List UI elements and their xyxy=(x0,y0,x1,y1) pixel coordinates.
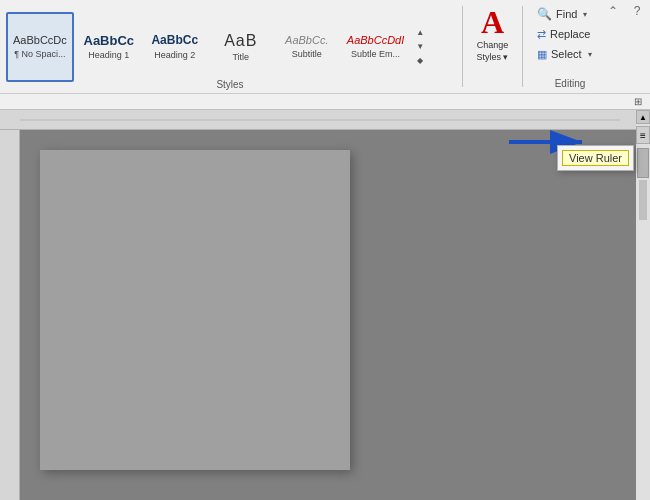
vertical-scrollbar[interactable]: ▲ ≡ xyxy=(636,110,650,500)
style-title-preview: AaB xyxy=(224,31,257,50)
style-heading2-preview: AaBbCc xyxy=(151,33,198,47)
replace-button[interactable]: ⇄ Replace xyxy=(533,24,607,44)
change-styles-label: ChangeStyles ▾ xyxy=(476,40,508,63)
view-ruler-tooltip-label: View Ruler xyxy=(562,150,629,166)
style-heading2[interactable]: AaBbCc Heading 2 xyxy=(144,12,206,82)
style-title[interactable]: AaB Title xyxy=(210,12,272,82)
style-title-label: Title xyxy=(232,52,249,62)
style-no-spacing-label: ¶ No Spaci... xyxy=(14,49,65,59)
styles-scroll[interactable]: ▲ ▼ ◆ xyxy=(413,12,427,82)
style-no-spacing-preview: AaBbCcDc xyxy=(13,34,67,47)
find-button[interactable]: 🔍 Find ▾ xyxy=(533,4,607,24)
section-divider-2 xyxy=(522,6,523,87)
chevron-up-icon[interactable]: ⌃ xyxy=(604,2,622,20)
find-label: Find xyxy=(556,8,577,20)
change-styles-icon: A xyxy=(481,6,504,38)
select-dropdown-icon: ▾ xyxy=(588,50,592,59)
scroll-thumb[interactable] xyxy=(637,148,649,178)
style-subtitle[interactable]: AaBbCc. Subtitle xyxy=(276,12,338,82)
scroll-down-icon[interactable]: ▼ xyxy=(413,40,427,54)
view-ruler-tooltip: View Ruler xyxy=(557,145,634,171)
replace-icon: ⇄ xyxy=(537,28,546,41)
styles-section: AaBbCcDc ¶ No Spaci... AaBbCc Heading 1 … xyxy=(0,0,460,93)
ribbon-expand-icon[interactable]: ⊞ xyxy=(634,96,642,107)
style-emphasis-label: Subtle Em... xyxy=(351,49,400,59)
ribbon: AaBbCcDc ¶ No Spaci... AaBbCc Heading 1 … xyxy=(0,0,650,110)
view-ruler-button[interactable]: ≡ xyxy=(636,126,650,144)
editing-section-label: Editing xyxy=(533,78,607,89)
ribbon-content: AaBbCcDc ¶ No Spaci... AaBbCc Heading 1 … xyxy=(0,0,650,93)
main-area: ▲ ≡ xyxy=(0,110,650,500)
styles-section-label: Styles xyxy=(216,79,243,90)
select-icon: ▦ xyxy=(537,48,547,61)
ribbon-bottom-bar: ⊞ xyxy=(0,93,650,109)
scroll-expand-icon[interactable]: ◆ xyxy=(413,54,427,68)
style-no-spacing[interactable]: AaBbCcDc ¶ No Spaci... xyxy=(6,12,74,82)
style-subtitle-label: Subtitle xyxy=(292,49,322,59)
select-label: Select xyxy=(551,48,582,60)
style-subtitle-preview: AaBbCc. xyxy=(285,34,328,47)
change-styles-button[interactable]: A ChangeStyles ▾ xyxy=(465,0,520,70)
select-button[interactable]: ▦ Select ▾ xyxy=(533,44,607,64)
style-subtle-emphasis[interactable]: AaBbCcDdI Subtle Em... xyxy=(342,12,409,82)
scroll-up-button[interactable]: ▲ xyxy=(636,110,650,124)
document-page xyxy=(40,150,350,470)
replace-label: Replace xyxy=(550,28,590,40)
vertical-ruler xyxy=(0,130,20,500)
style-heading1-label: Heading 1 xyxy=(88,50,129,60)
style-heading1[interactable]: AaBbCc Heading 1 xyxy=(78,12,140,82)
section-divider-1 xyxy=(462,6,463,87)
find-dropdown-icon: ▾ xyxy=(583,10,587,19)
style-emphasis-preview: AaBbCcDdI xyxy=(347,34,404,47)
editing-section: 🔍 Find ▾ ⇄ Replace ▦ Select ▾ Editing xyxy=(525,0,615,93)
style-heading1-preview: AaBbCc xyxy=(84,33,135,49)
scroll-up-icon[interactable]: ▲ xyxy=(413,26,427,40)
scroll-track xyxy=(639,180,647,220)
find-icon: 🔍 xyxy=(537,7,552,21)
help-icon[interactable]: ? xyxy=(628,2,646,20)
style-heading2-label: Heading 2 xyxy=(154,50,195,60)
